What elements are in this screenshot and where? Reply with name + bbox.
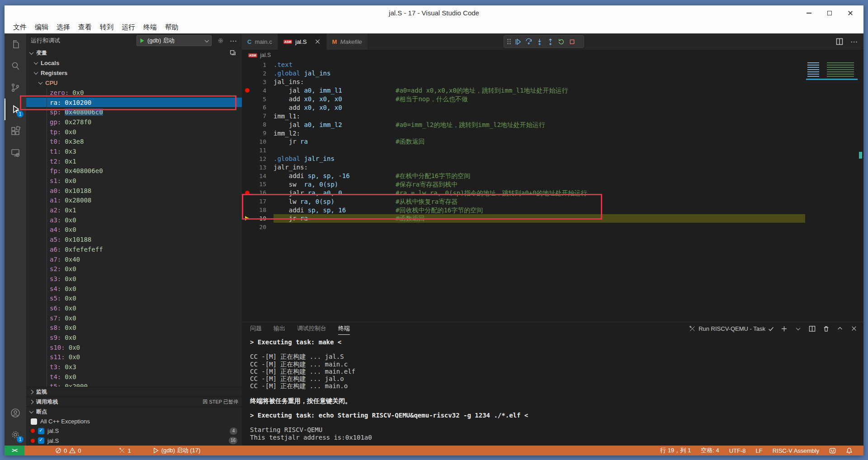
tab-makefile[interactable]: M Makefile [327,33,368,50]
register-row[interactable]: t1:0x3 [26,146,242,156]
code-line[interactable]: 10 jr ra#函数返回 [242,137,863,146]
code-line[interactable]: 19 jr ra#函数返回 [242,214,863,223]
code-line[interactable]: 18 addi sp, sp, 16#回收栈中分配的16字节的空间 [242,206,863,214]
split-terminal-icon[interactable] [808,324,816,333]
register-row[interactable]: s1:0x0 [26,176,242,186]
indentation-status[interactable]: 空格: 4 [701,446,719,455]
register-row[interactable]: t2:0x1 [26,156,242,166]
terminal-output[interactable]: > Executing task: make < CC -[M] 正在构建 ..… [242,335,863,446]
terminal-task-selector[interactable]: Run RISCV-QEMU - Task [689,325,774,332]
encoding-status[interactable]: UTF-8 [729,447,746,454]
breakpoint-list-item[interactable]: jal.S 16 [26,436,242,446]
register-row[interactable]: a5:0x10188 [26,235,242,244]
register-row[interactable]: s7:0x0 [26,313,242,323]
close-icon[interactable] [315,38,321,45]
collapse-all-icon[interactable] [228,48,237,57]
code-line[interactable]: 7 imm_l1: [242,112,863,120]
menu-item[interactable]: 编辑 [31,23,52,32]
explorer-icon[interactable] [5,33,26,55]
breakpoint-list-item[interactable]: jal.S 4 [26,426,242,436]
code-line[interactable]: 2 .global jal_ins [242,69,863,78]
code-line[interactable]: 1 .text [242,61,863,69]
register-row[interactable]: s10:0x0 [26,343,242,352]
tab-jal-s[interactable]: ASM jal.S [278,33,327,50]
breakpoint-list-item[interactable]: All C++ Exceptions [26,417,242,426]
register-row[interactable]: sp:0x408006c0 [26,107,242,117]
problems-status[interactable]: 0 0 [55,447,81,454]
account-icon[interactable] [5,402,26,424]
close-panel-icon[interactable] [850,324,858,333]
register-row[interactable]: t5:0x2000 [26,382,242,387]
register-row[interactable]: s3:0x0 [26,274,242,284]
code-line[interactable]: 3 jal_ins: [242,78,863,86]
register-row[interactable]: a6:0xfefefeff [26,244,242,254]
menu-item[interactable]: 转到 [96,23,118,32]
register-row[interactable]: gp:0x278f0 [26,117,242,127]
register-row[interactable]: s11:0x0 [26,352,242,362]
remote-indicator[interactable]: >< [5,446,24,455]
tab-output[interactable]: 输出 [274,322,285,335]
step-out-icon[interactable] [545,36,556,47]
toolbar-drag-handle[interactable] [506,38,512,46]
more-actions-icon[interactable]: ⋯ [230,37,237,45]
register-row[interactable]: s4:0x0 [26,284,242,294]
running-tasks-status[interactable]: 1 [119,447,131,454]
code-line[interactable]: 16 jalr ra, a0, 0#ra = lw ra, 0(sp)指令的地址… [242,188,863,197]
breakpoint-dot[interactable] [245,88,250,93]
cursor-position-status[interactable]: 行 19，列 1 [660,446,691,455]
code-line[interactable]: 17 lw ra, 0(sp)#从栈中恢复ra寄存器 [242,197,863,206]
code-line[interactable]: 9 imm_l2: [242,129,863,137]
code-line[interactable]: 11 [242,146,863,155]
register-row[interactable]: t0:0x3e8 [26,136,242,146]
notifications-bell-icon[interactable] [846,447,853,454]
terminal-dropdown-icon[interactable] [794,324,802,333]
tab-debug-console[interactable]: 调试控制台 [297,322,326,335]
register-row[interactable]: a0:0x10188 [26,186,242,196]
register-row[interactable]: t4:0x0 [26,372,242,382]
tab-problems[interactable]: 问题 [250,322,262,335]
feedback-icon[interactable] [829,447,836,454]
continue-icon[interactable] [512,36,523,47]
breakpoint-checkbox[interactable] [31,418,37,425]
code-line[interactable]: 8 jal a0, imm_l2#a0=imm_l2的地址，跳转到imm_l2地… [242,120,863,129]
extensions-icon[interactable] [5,120,26,142]
search-icon[interactable] [5,55,26,77]
restart-icon[interactable] [556,36,566,47]
register-row[interactable]: a2:0x1 [26,205,242,215]
code-line[interactable]: 13 jalr_ins: [242,163,863,172]
locals-tree-item[interactable]: Locals [26,58,242,68]
debug-session-status[interactable]: (gdb) 启动 (17) [153,446,201,455]
minimize-button[interactable] [798,5,819,21]
register-row[interactable]: s9:0x0 [26,333,242,343]
code-line[interactable]: 6 add x0, x0, x0 [242,103,863,112]
register-row[interactable]: tp:0x0 [26,127,242,137]
language-mode-status[interactable]: RISC-V Assembly [773,447,819,454]
register-row[interactable]: a7:0x40 [26,254,242,264]
breadcrumb[interactable]: ASM jal.S [242,50,863,61]
launch-config-dropdown[interactable]: (gdb) 启动 [137,35,212,46]
stop-icon[interactable] [566,36,577,47]
code-line[interactable]: 15 sw ra, 0(sp)#保存ra寄存器到栈中 [242,180,863,188]
settings-gear-icon[interactable]: 1 [5,424,26,446]
step-over-icon[interactable] [523,36,534,47]
remote-explorer-icon[interactable] [5,142,26,164]
eol-status[interactable]: LF [756,447,763,454]
registers-tree-item[interactable]: Registers [26,68,242,78]
close-button[interactable] [840,5,861,21]
register-row[interactable]: s6:0x0 [26,303,242,313]
tab-terminal[interactable]: 终端 [338,322,350,335]
register-row[interactable]: zero:0x0 [26,88,242,98]
editor-more-actions-icon[interactable]: ⋯ [850,38,858,46]
maximize-panel-icon[interactable] [836,324,844,333]
code-line[interactable]: 14 addi sp, sp, -16#在栈中分配16字节的空间 [242,172,863,180]
register-row[interactable]: s8:0x0 [26,323,242,333]
call-stack-section-header[interactable]: 调用堆栈 因 STEP 已暂停 [26,397,242,407]
menu-item[interactable]: 查看 [74,23,96,32]
register-row[interactable]: s2:0x0 [26,264,242,274]
maximize-button[interactable] [819,5,840,21]
menu-item[interactable]: 运行 [118,23,139,32]
kill-terminal-icon[interactable] [822,324,830,333]
step-into-icon[interactable] [534,36,545,47]
breakpoints-section-header[interactable]: 断点 [26,407,242,417]
code-line[interactable]: 4 jal a0, imm_l1#a0=add x0,x0,x0的地址，跳转到i… [242,86,863,95]
